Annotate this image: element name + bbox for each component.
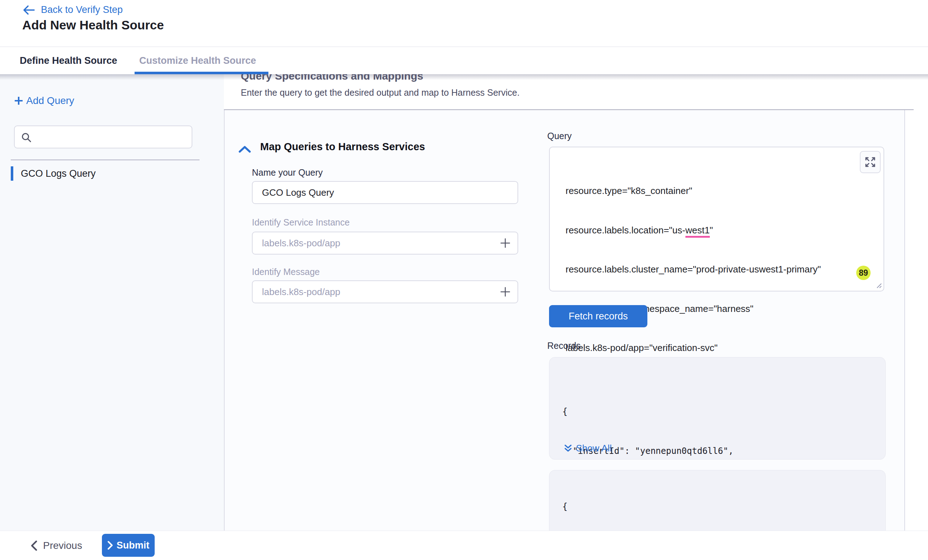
fetch-records-label: Fetch records [568,311,627,322]
query-label: Query [547,131,572,141]
query-line: labels.k8s-pod/app="verification-svc" [566,341,821,355]
expand-icon [865,157,876,167]
back-to-verify-link[interactable]: Back to Verify Step [22,4,123,15]
header: Back to Verify Step Add New Health Sourc… [0,0,928,47]
plus-icon [499,237,511,249]
expand-query-button[interactable] [860,151,881,173]
submit-label: Submit [117,540,150,551]
query-mapping-card: Map Queries to Harness Services Name you… [224,110,905,531]
show-all-label: Show All [576,443,612,454]
content-area: Add Query GCO Logs Query Query Specifica… [0,74,928,531]
query-item-label: GCO Logs Query [21,168,96,179]
resize-handle[interactable] [874,281,882,290]
main-panel: Query Specifications and Mappings Enter … [224,74,928,531]
plus-icon [499,286,511,298]
chevron-left-icon [31,540,38,551]
char-count-badge: 89 [856,266,871,280]
service-instance-field [252,231,518,254]
search-icon [21,132,32,143]
section-header: Query Specifications and Mappings Enter … [224,74,914,110]
record-json-line: { [562,405,868,418]
query-search-box [14,125,192,148]
query-line: resource.labels.location="us-west1" [566,224,821,237]
service-instance-input[interactable] [252,231,518,254]
search-input[interactable] [37,126,188,148]
plus-icon [13,95,24,106]
identify-message-field [252,280,518,303]
tab-bar: Define Health Source Customize Health So… [0,47,928,74]
records-list[interactable]: { "insertId": "yennepun0qtd6ll6", "jsonP… [549,357,886,531]
query-name-input[interactable] [252,181,518,204]
add-service-instance-button[interactable] [499,237,512,250]
show-all-link[interactable]: Show All [564,443,612,454]
active-tab-underline [134,72,269,74]
sidebar-divider [11,160,200,160]
spellcheck-underline: west1 [685,225,710,238]
footer-bar: Previous Submit [0,531,928,560]
add-query-label: Add Query [26,95,74,107]
identify-message-input[interactable] [252,280,518,303]
record-json-line: { [562,500,868,513]
section-subheading: Enter the query to get the desired outpu… [241,87,520,98]
identify-message-label: Identify Message [252,267,320,277]
back-arrow-icon [22,5,35,15]
query-textarea[interactable]: resource.type="k8s_container" resource.l… [549,147,884,291]
tab-define-health-source[interactable]: Define Health Source [20,47,118,74]
tab-customize-health-source[interactable]: Customize Health Source [139,47,256,74]
query-text: resource.type="k8s_container" resource.l… [566,158,821,381]
section-heading: Query Specifications and Mappings [241,74,423,82]
submit-button[interactable]: Submit [102,534,155,557]
record-card: { "insertId": "r6rk2tnah3owf5eh", "jsonP… [549,470,886,531]
sidebar-item-gco-logs-query[interactable]: GCO Logs Query [11,166,96,181]
chevron-right-icon [107,541,113,550]
name-your-query-label: Name your Query [252,167,323,178]
previous-button[interactable]: Previous [31,531,82,560]
identify-service-instance-label: Identify Service Instance [252,217,350,228]
collapse-section-button[interactable] [238,145,253,157]
query-line: resource.labels.cluster_name="prod-priva… [566,263,821,276]
fetch-records-button[interactable]: Fetch records [549,305,647,327]
record-card: { "insertId": "yennepun0qtd6ll6", "jsonP… [549,357,886,460]
page-title: Add New Health Source [22,18,164,32]
query-line: resource.type="k8s_container" [566,184,821,198]
add-message-button[interactable] [499,285,512,298]
double-chevron-down-icon [564,444,572,453]
chevron-up-icon [238,145,252,155]
query-sidebar: Add Query GCO Logs Query [0,74,224,531]
selected-query-indicator [11,166,13,181]
back-link-label: Back to Verify Step [41,4,123,15]
previous-label: Previous [43,540,82,551]
map-queries-title: Map Queries to Harness Services [260,141,425,153]
add-query-button[interactable]: Add Query [13,95,74,107]
record-json: { "insertId": "r6rk2tnah3owf5eh", "jsonP… [562,474,868,531]
records-label: Records [547,341,581,351]
